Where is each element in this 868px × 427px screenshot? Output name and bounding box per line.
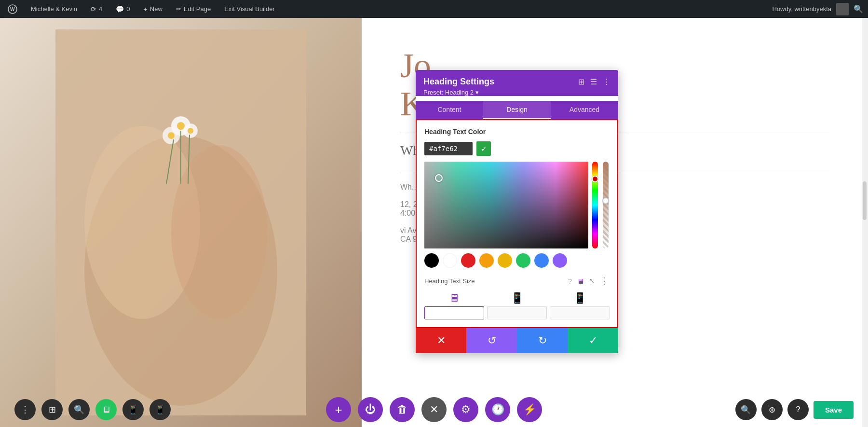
mobile-size-input[interactable] [550,306,610,319]
tab-content-label: Content [437,106,461,113]
tablet-size-input[interactable] [487,306,547,319]
swatch-orange[interactable] [479,253,494,268]
hero-image [0,18,362,427]
revisions-button[interactable]: ⟳ 4 [88,0,105,18]
comments-count: 0 [126,5,130,13]
help-icon: ? [796,405,800,414]
search-right-button[interactable]: 🔍 [735,399,757,420]
color-confirm-button[interactable]: ✓ [476,141,491,156]
add-module-button[interactable]: + [326,397,351,422]
site-name-label: Michelle & Kevin [31,5,77,13]
size-help-icon[interactable]: ? [567,276,573,286]
tab-content[interactable]: Content [416,101,483,119]
hue-thumb[interactable] [592,176,598,182]
admin-search-icon[interactable]: 🔍 [854,4,863,14]
gear-button[interactable]: ⚙ [453,397,478,422]
size-cursor-icon[interactable]: ↖ [588,275,596,286]
tab-design-label: Design [506,106,528,113]
hue-slider[interactable] [591,162,599,248]
swatch-yellow[interactable] [498,253,512,268]
mobile-icon: 📱 [573,292,586,304]
svg-point-7 [177,122,185,130]
size-device-icon[interactable]: 🖥 [576,276,585,286]
mobile-view-button[interactable]: 📱 [149,399,171,420]
swatch-red[interactable] [461,253,475,268]
svg-point-11 [188,128,193,134]
size-more-icon[interactable]: ⋮ [599,275,610,287]
comments-icon: 💬 [116,5,124,13]
cancel-icon: ✕ [437,334,446,347]
collapse-icon[interactable]: ☰ [590,77,597,86]
wireframe-icon: ⊞ [49,404,56,415]
power-button[interactable]: ⏻ [358,397,383,422]
revisions-icon: ⟳ [91,5,96,13]
svg-point-9 [168,132,175,139]
cancel-button[interactable]: ✕ [416,328,466,353]
exit-builder-button[interactable]: Exit Visual Builder [221,0,278,18]
preset-label: Preset: Heading 2 [423,89,474,96]
wp-logo-button[interactable]: W [5,0,20,18]
new-label: New [150,5,163,13]
search-button[interactable]: 🔍 [68,399,90,420]
pencil-icon: ✏ [176,5,181,13]
redo-icon: ↻ [538,334,547,347]
tablet-view-button[interactable]: 📱 [122,399,144,420]
close-button[interactable]: ✕ [421,397,447,422]
tab-design[interactable]: Design [483,101,551,119]
exit-builder-label: Exit Visual Builder [224,5,275,13]
swatch-green[interactable] [516,253,530,268]
new-content-button[interactable]: + New [141,0,165,18]
confirm-icon: ✓ [589,334,597,347]
preset-chevron-icon: ▾ [475,89,479,96]
swatch-white[interactable] [443,253,457,268]
fullscreen-icon[interactable]: ⊞ [578,77,584,86]
comments-button[interactable]: 💬 0 [113,0,133,18]
desktop-view-button[interactable]: 🖥 [95,399,117,420]
color-gradient-picker[interactable] [424,162,588,248]
plus-icon: + [144,5,148,13]
color-cursor[interactable] [435,174,443,182]
mobile-view-icon: 📱 [155,404,165,415]
tab-advanced[interactable]: Advanced [551,101,618,119]
undo-button[interactable]: ↺ [466,328,517,353]
desktop-size-input[interactable] [424,306,484,319]
edit-page-label: Edit Page [184,5,211,13]
scrollbar[interactable] [862,18,868,427]
history-button[interactable]: 🕐 [485,397,510,422]
edit-page-button[interactable]: ✏ Edit Page [173,0,214,18]
scrollbar-thumb[interactable] [863,181,867,220]
save-button[interactable]: Save [814,401,854,419]
layers-icon: ⊕ [769,405,775,415]
swatch-black[interactable] [424,253,439,268]
color-picker-area [424,162,610,248]
wireframe-button[interactable]: ⊞ [41,399,63,420]
more-options-icon[interactable]: ⋮ [603,77,610,86]
desktop-icon: 🖥 [449,292,460,304]
settings-list-button[interactable]: ⋮ [14,399,36,420]
swatch-blue[interactable] [534,253,549,268]
undo-icon: ↺ [488,334,496,347]
panel-actions: ✕ ↺ ↻ ✓ [416,328,618,353]
help-button[interactable]: ? [787,399,809,420]
panel-preset[interactable]: Preset: Heading 2 ▾ [423,89,610,96]
tab-advanced-label: Advanced [570,106,599,113]
trash-button[interactable]: 🗑 [390,397,415,422]
layers-button[interactable]: ⊕ [761,399,783,420]
trash-icon: 🗑 [397,403,407,416]
admin-bar: W Michelle & Kevin ⟳ 4 💬 0 + New ✏ Edit … [0,0,868,18]
site-name-button[interactable]: Michelle & Kevin [28,0,80,18]
confirm-button[interactable]: ✓ [568,328,618,353]
alpha-thumb[interactable] [602,197,609,204]
tablet-input-col: 📱 [487,292,547,319]
color-hex-input[interactable] [424,142,473,155]
toolbar-center: + ⏻ 🗑 ✕ ⚙ 🕐 ⚡ [326,397,542,422]
stats-button[interactable]: ⚡ [517,397,542,422]
plus-icon: + [335,402,342,417]
mobile-input-col: 📱 [550,292,610,319]
panel-tabs: Content Design Advanced [416,101,618,119]
alpha-slider[interactable] [602,162,610,248]
redo-button[interactable]: ↻ [517,328,568,353]
swatch-purple[interactable] [553,253,567,268]
gear-icon: ⚙ [461,403,471,416]
user-avatar[interactable] [836,3,849,15]
